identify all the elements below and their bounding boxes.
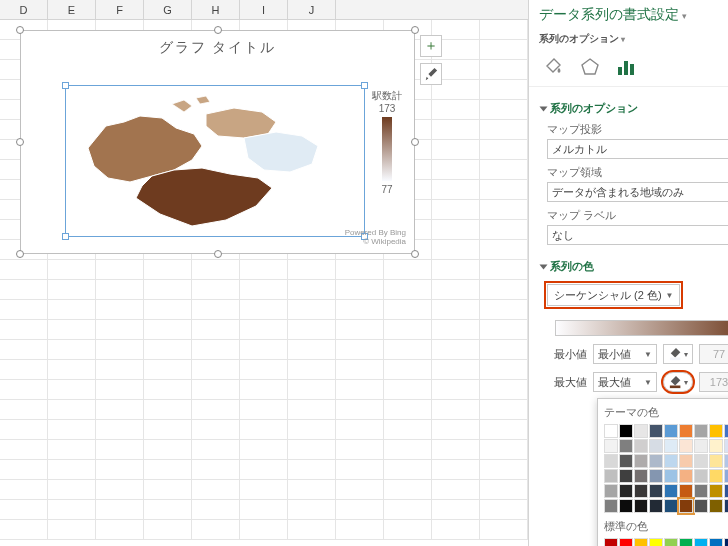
color-swatch[interactable] <box>604 439 618 453</box>
color-swatch[interactable] <box>619 439 633 453</box>
series-tab[interactable] <box>615 56 637 78</box>
color-swatch[interactable] <box>634 484 648 498</box>
color-swatch[interactable] <box>664 439 678 453</box>
color-swatch[interactable] <box>724 538 728 546</box>
resize-handle[interactable] <box>411 250 419 258</box>
color-swatch[interactable] <box>664 424 678 438</box>
color-swatch[interactable] <box>604 484 618 498</box>
color-swatch[interactable] <box>664 538 678 546</box>
color-swatch[interactable] <box>679 469 693 483</box>
color-swatch[interactable] <box>604 538 618 546</box>
color-swatch[interactable] <box>649 484 663 498</box>
color-swatch[interactable] <box>634 499 648 513</box>
color-swatch[interactable] <box>694 538 708 546</box>
resize-handle[interactable] <box>16 138 24 146</box>
col-header[interactable]: D <box>0 0 48 19</box>
color-swatch[interactable] <box>709 499 723 513</box>
color-swatch[interactable] <box>649 469 663 483</box>
color-swatch[interactable] <box>604 424 618 438</box>
resize-handle[interactable] <box>214 26 222 34</box>
color-swatch[interactable] <box>664 499 678 513</box>
color-swatch[interactable] <box>649 538 663 546</box>
col-header[interactable]: E <box>48 0 96 19</box>
color-swatch[interactable] <box>619 484 633 498</box>
max-value[interactable]: 173 <box>699 372 728 392</box>
max-type-select[interactable]: 最大値▼ <box>593 372 657 392</box>
col-header[interactable]: I <box>240 0 288 19</box>
color-swatch[interactable] <box>679 499 693 513</box>
region-kochi[interactable] <box>136 168 272 226</box>
series-options-section[interactable]: 系列のオプション <box>541 101 728 116</box>
max-color-button[interactable]: ▾ <box>663 372 693 392</box>
color-swatch[interactable] <box>694 454 708 468</box>
color-swatch[interactable] <box>649 454 663 468</box>
color-swatch[interactable] <box>634 439 648 453</box>
color-swatch[interactable] <box>634 538 648 546</box>
min-value[interactable]: 77 <box>699 344 728 364</box>
chart-object[interactable]: グラフ タイトル 駅数計 173 77 Powere <box>20 30 415 254</box>
series-options-dropdown[interactable]: 系列のオプション <box>529 30 728 52</box>
color-swatch[interactable] <box>709 454 723 468</box>
labels-select[interactable]: なし <box>547 225 728 245</box>
region-tokushima[interactable] <box>244 132 318 172</box>
resize-handle[interactable] <box>411 26 419 34</box>
color-swatch[interactable] <box>694 469 708 483</box>
resize-handle[interactable] <box>214 250 222 258</box>
color-swatch[interactable] <box>604 499 618 513</box>
color-swatch[interactable] <box>724 484 728 498</box>
color-swatch[interactable] <box>724 499 728 513</box>
color-swatch[interactable] <box>694 439 708 453</box>
color-scheme-select[interactable]: シーケンシャル (2 色) ▼ <box>547 284 680 306</box>
legend[interactable]: 駅数計 173 77 <box>372 89 402 195</box>
color-swatch[interactable] <box>664 469 678 483</box>
color-swatch[interactable] <box>709 538 723 546</box>
resize-handle[interactable] <box>16 26 24 34</box>
effects-tab[interactable] <box>579 56 601 78</box>
color-swatch[interactable] <box>619 469 633 483</box>
color-swatch[interactable] <box>724 454 728 468</box>
color-swatch[interactable] <box>604 469 618 483</box>
color-swatch[interactable] <box>724 439 728 453</box>
color-swatch[interactable] <box>679 484 693 498</box>
gradient-preview[interactable] <box>555 320 728 336</box>
pane-title[interactable]: データ系列の書式設定 <box>539 6 687 24</box>
color-swatch[interactable] <box>619 424 633 438</box>
color-swatch[interactable] <box>634 424 648 438</box>
color-swatch[interactable] <box>634 469 648 483</box>
chart-title[interactable]: グラフ タイトル <box>21 31 414 61</box>
color-swatch[interactable] <box>709 484 723 498</box>
color-swatch[interactable] <box>664 454 678 468</box>
col-header[interactable]: H <box>192 0 240 19</box>
chart-elements-button[interactable]: ＋ <box>420 35 442 57</box>
color-swatch[interactable] <box>694 499 708 513</box>
region-islands[interactable] <box>172 96 210 112</box>
color-swatch[interactable] <box>664 484 678 498</box>
color-swatch[interactable] <box>649 424 663 438</box>
color-swatch[interactable] <box>679 424 693 438</box>
color-swatch[interactable] <box>634 454 648 468</box>
fill-tab[interactable] <box>543 56 565 78</box>
projection-select[interactable]: メルカトル <box>547 139 728 159</box>
color-swatch[interactable] <box>604 454 618 468</box>
col-header[interactable]: G <box>144 0 192 19</box>
color-swatch[interactable] <box>724 469 728 483</box>
resize-handle[interactable] <box>411 138 419 146</box>
resize-handle[interactable] <box>16 250 24 258</box>
area-select[interactable]: データが含まれる地域のみ <box>547 182 728 202</box>
color-swatch[interactable] <box>709 424 723 438</box>
color-swatch[interactable] <box>679 454 693 468</box>
color-swatch[interactable] <box>694 484 708 498</box>
color-swatch[interactable] <box>724 424 728 438</box>
plot-area[interactable] <box>65 85 365 237</box>
color-swatch[interactable] <box>619 454 633 468</box>
series-color-section[interactable]: 系列の色 <box>541 259 728 274</box>
color-swatch[interactable] <box>679 439 693 453</box>
color-swatch[interactable] <box>619 538 633 546</box>
color-swatch[interactable] <box>649 439 663 453</box>
min-type-select[interactable]: 最小値▼ <box>593 344 657 364</box>
color-swatch[interactable] <box>649 499 663 513</box>
min-color-button[interactable]: ▾ <box>663 344 693 364</box>
color-swatch[interactable] <box>679 538 693 546</box>
color-swatch[interactable] <box>694 424 708 438</box>
color-swatch[interactable] <box>709 469 723 483</box>
